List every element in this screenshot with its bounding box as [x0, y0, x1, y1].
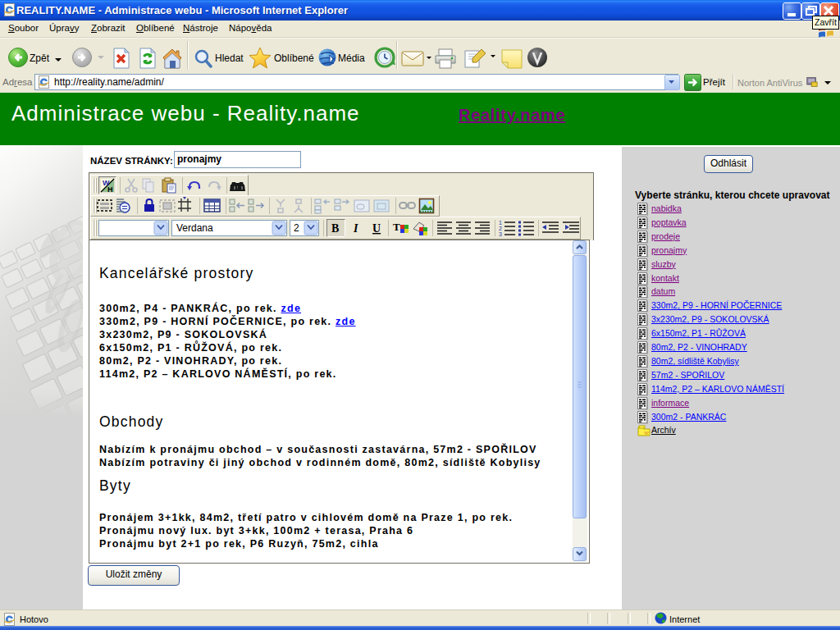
svg-text:B: B — [331, 222, 339, 235]
svg-text:2: 2 — [294, 222, 299, 234]
svg-text:3: 3 — [499, 231, 502, 237]
svg-text:1: 1 — [499, 220, 502, 226]
svg-text:2: 2 — [499, 226, 502, 231]
svg-text:U: U — [372, 222, 381, 235]
svg-text:Verdana: Verdana — [176, 222, 213, 234]
svg-text:H: H — [107, 185, 113, 194]
svg-text:T: T — [393, 221, 400, 233]
svg-text:I: I — [353, 222, 358, 235]
